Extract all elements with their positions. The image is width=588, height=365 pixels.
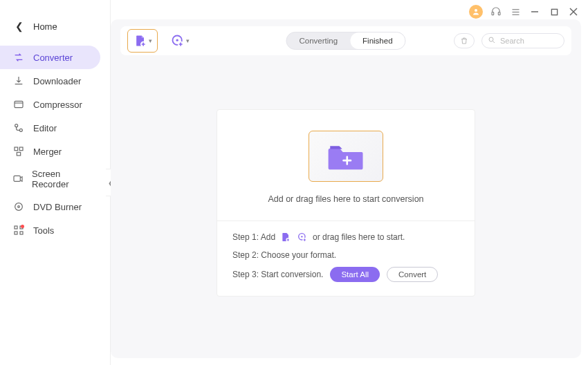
convert-button[interactable]: Convert <box>387 267 438 282</box>
status-tabs: Converting Finished <box>286 32 405 50</box>
svg-point-31 <box>301 236 302 237</box>
trash-button[interactable] <box>454 33 475 48</box>
step2-text: Step 2: Choose your format. <box>232 250 336 260</box>
svg-point-18 <box>18 206 20 208</box>
search-icon <box>488 36 496 46</box>
minimize-button[interactable] <box>529 6 541 18</box>
svg-point-27 <box>489 37 493 41</box>
sidebar-item-label: DVD Burner <box>33 202 82 212</box>
merger-icon <box>12 145 25 158</box>
sidebar-item-label: Tools <box>33 225 54 236</box>
tab-converting[interactable]: Converting <box>286 32 350 49</box>
svg-rect-2 <box>498 12 500 15</box>
svg-line-28 <box>493 41 495 43</box>
recorder-icon <box>12 173 24 185</box>
svg-rect-10 <box>15 101 23 107</box>
menu-icon[interactable] <box>509 6 522 18</box>
headset-icon[interactable] <box>490 6 502 18</box>
svg-rect-19 <box>15 226 17 229</box>
downloader-icon <box>12 75 25 87</box>
converter-icon <box>12 51 25 64</box>
svg-point-11 <box>15 124 18 127</box>
chevron-down-icon: ▾ <box>186 37 190 44</box>
tools-icon <box>12 224 25 236</box>
step-1: Step 1: Add or drag files here to start. <box>232 231 459 243</box>
sidebar-item-label: Downloader <box>33 76 81 86</box>
add-dvd-button[interactable]: ▾ <box>165 29 195 53</box>
step1-suffix: or drag files here to start. <box>313 232 405 242</box>
add-file-button[interactable]: ▾ <box>127 29 158 53</box>
svg-point-12 <box>19 129 22 131</box>
back-home-button[interactable]: ❮ Home <box>0 15 110 46</box>
disc-plus-icon <box>296 231 309 243</box>
svg-rect-22 <box>20 232 23 234</box>
sidebar-item-label: Compressor <box>33 100 82 110</box>
svg-point-0 <box>475 9 477 12</box>
home-label: Home <box>33 21 57 32</box>
sidebar-item-screen-recorder[interactable]: Screen Recorder <box>0 163 100 195</box>
maximize-button[interactable] <box>548 6 560 18</box>
sidebar-item-downloader[interactable]: Downloader <box>0 69 100 93</box>
svg-rect-20 <box>20 226 23 229</box>
sidebar-item-label: Editor <box>33 123 57 133</box>
sidebar-item-merger[interactable]: Merger <box>0 140 100 163</box>
sidebar-item-tools[interactable]: Tools <box>0 218 100 242</box>
svg-rect-21 <box>15 232 17 234</box>
sidebar-item-compressor[interactable]: Compressor <box>0 93 100 116</box>
step1-prefix: Step 1: Add <box>232 232 275 242</box>
search-box[interactable] <box>481 33 564 48</box>
step3-text: Step 3: Start conversion. <box>232 270 323 279</box>
svg-point-25 <box>176 39 178 41</box>
file-plus-icon <box>279 231 292 243</box>
start-all-button[interactable]: Start All <box>330 267 380 282</box>
sidebar-item-label: Converter <box>33 53 73 63</box>
empty-state-card: Add or drag files here to start conversi… <box>217 109 475 297</box>
sidebar-item-editor[interactable]: Editor <box>0 116 100 140</box>
svg-rect-7 <box>551 9 557 15</box>
close-button[interactable] <box>567 6 580 18</box>
avatar-icon[interactable] <box>469 5 483 19</box>
burner-icon <box>12 200 25 213</box>
svg-rect-1 <box>492 12 494 15</box>
search-input[interactable] <box>500 37 558 45</box>
chevron-left-icon: ❮ <box>15 21 24 32</box>
compressor-icon <box>12 98 25 111</box>
editor-icon <box>12 122 25 134</box>
tab-finished[interactable]: Finished <box>350 32 405 49</box>
sidebar-item-converter[interactable]: Converter <box>0 46 100 69</box>
toolbar: ▾ ▾ Converting Finished <box>120 26 571 55</box>
chevron-down-icon: ▾ <box>149 37 152 44</box>
svg-rect-13 <box>15 147 18 151</box>
main-area: ▾ ▾ Converting Finished <box>111 19 581 358</box>
steps-panel: Step 1: Add or drag files here to start.… <box>217 221 475 296</box>
svg-rect-14 <box>19 147 23 151</box>
svg-rect-16 <box>14 176 20 181</box>
drop-area[interactable]: Add or drag files here to start conversi… <box>217 110 475 221</box>
svg-point-17 <box>15 203 23 211</box>
sidebar-item-label: Merger <box>33 147 62 157</box>
step-2: Step 2: Choose your format. <box>232 250 459 260</box>
step-3: Step 3: Start conversion. Start All Conv… <box>232 267 459 282</box>
sidebar-item-dvd-burner[interactable]: DVD Burner <box>0 195 100 218</box>
sidebar: ❮ Home Converter Downloader Compressor E… <box>0 0 111 365</box>
drop-caption: Add or drag files here to start conversi… <box>268 194 423 204</box>
add-folder-button[interactable] <box>309 131 383 182</box>
sidebar-item-label: Screen Recorder <box>32 169 88 189</box>
svg-rect-15 <box>17 152 20 156</box>
